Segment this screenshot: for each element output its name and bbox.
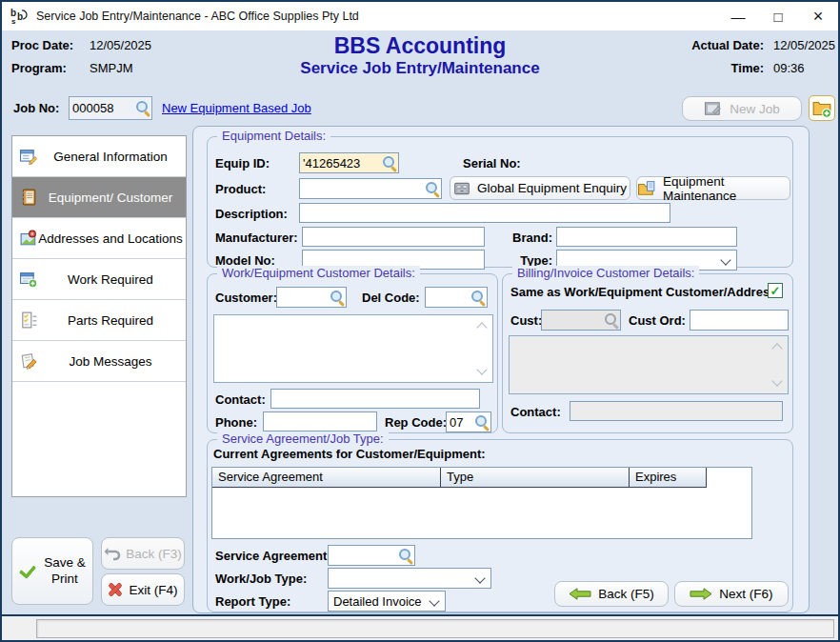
job-no-search-icon[interactable] xyxy=(135,100,151,116)
actual-date-value: 12/05/2025 xyxy=(773,38,835,52)
billing-customer-fieldset: Billing/Invoice Customer Details: Same a… xyxy=(502,273,793,433)
equip-id-field[interactable] xyxy=(299,152,399,173)
customer-field[interactable] xyxy=(276,287,347,308)
rep-code-label: Rep Code: xyxy=(385,415,447,430)
window-add-icon xyxy=(20,271,37,288)
brand-input[interactable] xyxy=(556,227,737,247)
billing-contact-input[interactable] xyxy=(570,401,783,421)
scroll-down-icon[interactable] xyxy=(476,364,487,374)
manufacturer-input[interactable] xyxy=(302,227,485,247)
product-input[interactable] xyxy=(300,182,425,196)
agreements-table: Service Agreement Type Expires xyxy=(211,467,752,539)
sidebar-item-general-information[interactable]: General Information xyxy=(12,136,186,177)
status-message-field xyxy=(36,619,834,638)
arrow-left-icon xyxy=(569,588,591,600)
same-as-checkbox[interactable]: ✓ xyxy=(768,283,783,298)
cabinet-icon xyxy=(453,180,470,197)
cust-ord-field[interactable] xyxy=(690,310,789,331)
folder-page-icon xyxy=(637,180,656,197)
billing-address-box[interactable] xyxy=(509,335,789,394)
back-f5-button[interactable]: Back (F5) xyxy=(554,581,669,607)
new-job-button[interactable]: New Job xyxy=(682,96,802,121)
service-agreement-field[interactable] xyxy=(328,545,415,566)
product-field[interactable] xyxy=(299,178,442,199)
job-no-input[interactable] xyxy=(70,101,135,115)
work-customer-fieldset: Work/Equipment Customer Details: Custome… xyxy=(207,273,498,433)
exit-f4-button[interactable]: Exit (F4) xyxy=(101,573,185,606)
customer-search-icon[interactable] xyxy=(330,290,346,306)
close-button[interactable]: × xyxy=(798,2,838,30)
cust-ord-input[interactable] xyxy=(690,313,788,328)
notepad-pencil-icon xyxy=(704,100,723,117)
chevron-down-icon xyxy=(474,572,485,583)
product-search-icon[interactable] xyxy=(425,181,441,197)
svg-text:s: s xyxy=(11,17,16,26)
cust-field[interactable] xyxy=(541,310,621,331)
column-header-expires[interactable]: Expires xyxy=(630,468,707,488)
equip-id-search-icon[interactable] xyxy=(382,155,398,171)
work-job-type-dropdown[interactable] xyxy=(328,568,491,589)
sidebar: General Information Equipment/ Customer xyxy=(11,135,187,497)
next-f6-button[interactable]: Next (F6) xyxy=(674,581,789,607)
sidebar-item-parts-required[interactable]: Parts Required xyxy=(12,300,186,341)
sidebar-item-addresses-locations[interactable]: Addresses and Locations xyxy=(12,218,186,259)
arrow-right-icon xyxy=(690,588,712,600)
job-no-field[interactable] xyxy=(69,96,152,120)
scroll-up-icon[interactable] xyxy=(476,322,487,332)
report-type-label: Report Type: xyxy=(215,594,290,609)
exit-f4-label: Exit (F4) xyxy=(129,583,177,597)
sidebar-item-work-required[interactable]: Work Required xyxy=(12,259,186,300)
equipment-details-legend: Equipment Details: xyxy=(217,129,330,143)
work-job-type-label: Work/Job Type: xyxy=(215,572,307,586)
minimize-button[interactable]: — xyxy=(718,2,758,30)
rep-code-field[interactable] xyxy=(446,411,491,432)
rep-code-input[interactable] xyxy=(447,415,474,430)
folder-add-button[interactable] xyxy=(809,95,835,121)
rep-code-search-icon[interactable] xyxy=(474,414,490,431)
sidebar-item-label: Job Messages xyxy=(37,354,184,369)
service-agreement-input[interactable] xyxy=(329,549,398,563)
equipment-maintenance-button[interactable]: Equipment Maintenance xyxy=(636,176,790,200)
cust-search-icon[interactable] xyxy=(604,312,620,329)
svg-text:b: b xyxy=(17,11,23,22)
description-input[interactable] xyxy=(299,203,670,223)
app-window: b b s Service Job Entry/Maintenance - AB… xyxy=(0,0,840,642)
cust-ord-label: Cust Ord: xyxy=(629,313,686,328)
red-x-icon xyxy=(108,582,123,597)
save-print-button[interactable]: Save & Print xyxy=(11,537,93,605)
customer-input[interactable] xyxy=(277,291,330,305)
checklist-icon xyxy=(20,311,37,329)
sidebar-item-job-messages[interactable]: Job Messages xyxy=(12,341,186,382)
sidebar-item-label: Addresses and Locations xyxy=(37,231,184,246)
save-print-label: Save & Print xyxy=(41,555,89,588)
new-equipment-based-job-link[interactable]: New Equipment Based Job xyxy=(162,101,311,115)
sidebar-item-equipment-customer[interactable]: Equipment/ Customer xyxy=(12,177,186,218)
scroll-down-icon[interactable] xyxy=(771,375,782,386)
service-agreement-search-icon[interactable] xyxy=(398,548,414,564)
time-value: 09:36 xyxy=(773,61,805,75)
del-code-input[interactable] xyxy=(426,291,470,305)
cust-input[interactable] xyxy=(542,313,604,328)
serial-no-label: Serial No: xyxy=(463,156,521,171)
phone-input[interactable] xyxy=(263,411,377,431)
del-code-field[interactable] xyxy=(425,287,488,308)
same-as-label: Same as Work/Equipment Customer/Address: xyxy=(510,285,781,299)
work-contact-input[interactable] xyxy=(270,389,480,409)
scroll-up-icon[interactable] xyxy=(771,343,782,353)
back-f3-button[interactable]: Back (F3) xyxy=(101,537,185,570)
billing-customer-legend: Billing/Invoice Customer Details: xyxy=(512,266,699,280)
sidebar-item-label: Parts Required xyxy=(37,313,184,328)
equip-id-input[interactable] xyxy=(300,156,382,171)
work-contact-label: Contact: xyxy=(215,392,266,407)
del-code-search-icon[interactable] xyxy=(470,290,487,306)
undo-arrow-icon xyxy=(104,547,121,561)
work-customer-address-box[interactable] xyxy=(213,314,493,383)
report-type-dropdown[interactable]: Detailed Invoice xyxy=(328,591,446,612)
map-pin-icon xyxy=(20,230,37,247)
global-equipment-enquiry-button[interactable]: Global Equipment Enquiry xyxy=(450,176,630,200)
column-header-type[interactable]: Type xyxy=(441,468,630,488)
agreements-table-title: Current Agreements for Customer/Equipmen… xyxy=(213,447,486,461)
maximize-button[interactable]: □ xyxy=(758,2,798,30)
sidebar-item-label: Work Required xyxy=(37,272,184,287)
column-header-service-agreement[interactable]: Service Agreement xyxy=(212,468,441,488)
